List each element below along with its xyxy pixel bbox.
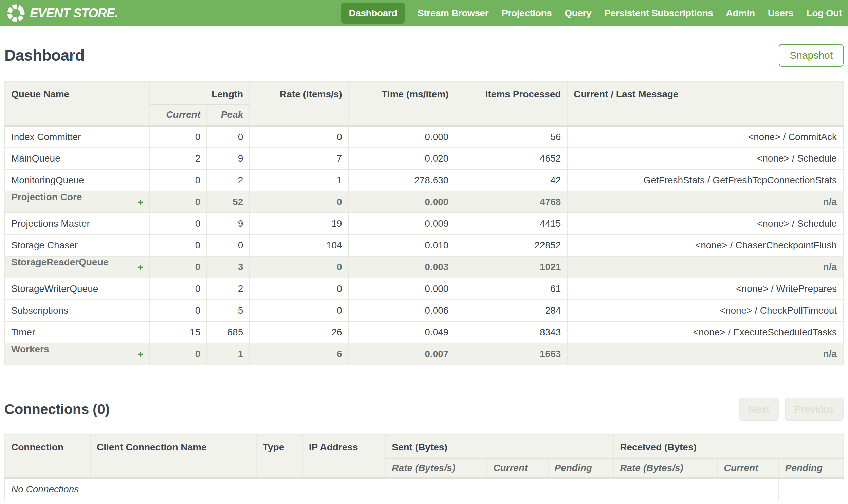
queue-name-label: Projection Core (11, 192, 82, 203)
length-peak-cell: 5 (207, 300, 250, 321)
rate-cell: 7 (250, 148, 348, 169)
message-cell: GetFreshStats / GetFreshTcpConnectionSta… (567, 169, 843, 191)
message-cell: <none> / ExecuteScheduledTasks (567, 321, 843, 343)
message-cell: <none> / Schedule (567, 148, 843, 169)
brand[interactable]: EVENT STORE. (7, 4, 118, 22)
rate-cell: 0 (250, 191, 348, 213)
length-current-cell: 0 (150, 169, 207, 191)
col-sent-rate: Rate (Bytes/s) (385, 458, 487, 478)
queue-row-storage-chaser: Storage Chaser 0 0 104 0.010 22852 <none… (5, 235, 843, 256)
event-store-logo-icon (7, 4, 25, 22)
expand-icon[interactable]: + (138, 192, 144, 212)
connections-title: Connections (0) (4, 401, 110, 417)
col-sent-bytes: Sent (Bytes) (385, 435, 613, 458)
col-connection: Connection (5, 435, 90, 478)
message-cell: <none> / CommitAck (567, 126, 843, 148)
rate-cell: 6 (250, 343, 348, 365)
col-received-pending: Pending (779, 458, 843, 478)
queue-name-cell: Projection Core + (5, 191, 150, 213)
queue-row-timer: Timer 15 685 26 0.049 8343 <none> / Exec… (5, 321, 843, 343)
items-processed-cell: 4652 (455, 148, 567, 169)
length-peak-cell: 52 (207, 191, 250, 213)
nav-item-projections[interactable]: Projections (501, 3, 552, 24)
expand-icon[interactable]: + (138, 344, 144, 364)
time-cell: 0.010 (349, 235, 455, 256)
col-received-bytes: Received (Bytes) (613, 435, 843, 458)
queue-name-cell: MainQueue (5, 148, 150, 169)
items-processed-cell: 22852 (455, 235, 567, 256)
next-button[interactable]: Next (739, 398, 779, 421)
col-message: Current / Last Message (567, 82, 843, 126)
length-peak-cell: 9 (207, 148, 250, 169)
time-cell: 0.000 (349, 126, 455, 148)
time-cell: 0.000 (349, 191, 455, 213)
queue-row-storagewriterqueue: StorageWriterQueue 0 2 0 0.000 61 <none>… (5, 278, 843, 300)
length-current-cell: 0 (150, 126, 207, 148)
queue-name-cell: Timer (5, 321, 150, 343)
col-time: Time (ms/item) (349, 82, 455, 126)
length-peak-cell: 1 (207, 343, 250, 365)
queue-name-label: StorageReaderQueue (11, 257, 108, 268)
connections-header: Connections (0) Next Previous (4, 398, 844, 421)
pager: Next Previous (739, 398, 844, 421)
nav-item-query[interactable]: Query (564, 3, 591, 24)
queue-row-index-committer: Index Committer 0 0 0 0.000 56 <none> / … (5, 126, 843, 148)
nav-item-stream-browser[interactable]: Stream Browser (418, 3, 488, 24)
items-processed-cell: 4415 (455, 213, 567, 235)
rate-cell: 19 (250, 213, 348, 235)
length-current-cell: 0 (150, 278, 207, 300)
message-cell: <none> / WritePrepares (567, 278, 843, 300)
nav-item-dashboard[interactable]: Dashboard (341, 3, 405, 24)
rate-cell: 26 (250, 321, 348, 343)
queue-row-subscriptions: Subscriptions 0 5 0 0.006 284 <none> / C… (5, 300, 843, 321)
queue-name-cell: Storage Chaser (5, 235, 150, 256)
col-client-connection-name: Client Connection Name (90, 435, 256, 478)
length-current-cell: 2 (150, 148, 207, 169)
items-processed-cell: 8343 (455, 321, 567, 343)
length-current-cell: 0 (150, 235, 207, 256)
col-received-current: Current (717, 458, 778, 478)
expand-icon[interactable]: + (138, 257, 144, 277)
connections-table: Connection Client Connection Name Type I… (4, 434, 844, 500)
length-peak-cell: 685 (207, 321, 250, 343)
col-type: Type (256, 435, 303, 478)
message-cell: n/a (567, 343, 843, 365)
col-received-rate: Rate (Bytes/s) (613, 458, 717, 478)
queue-row-monitoringqueue: MonitoringQueue 0 2 1 278.630 42 GetFres… (5, 169, 843, 191)
nav-item-users[interactable]: Users (768, 3, 794, 24)
previous-button[interactable]: Previous (785, 398, 844, 421)
rate-cell: 104 (250, 235, 348, 256)
length-current-cell: 0 (150, 191, 207, 213)
items-processed-cell: 1021 (455, 256, 567, 278)
length-current-cell: 0 (150, 300, 207, 321)
queue-row-storagereaderqueue: StorageReaderQueue + 0 3 0 0.003 1021 n/… (5, 256, 843, 278)
col-sent-pending: Pending (548, 458, 614, 478)
length-peak-cell: 9 (207, 213, 250, 235)
snapshot-button[interactable]: Snapshot (779, 44, 844, 67)
time-cell: 0.020 (349, 148, 455, 169)
rate-cell: 0 (250, 278, 348, 300)
queue-name-cell: Index Committer (5, 126, 150, 148)
length-current-cell: 0 (150, 343, 207, 365)
message-cell: <none> / Schedule (567, 213, 843, 235)
queue-row-projection-core: Projection Core + 0 52 0 0.000 4768 n/a (5, 191, 843, 213)
ghost-cell (779, 478, 843, 500)
length-peak-cell: 3 (207, 256, 250, 278)
nav-item-persistent-subscriptions[interactable]: Persistent Subscriptions (604, 3, 713, 24)
length-peak-cell: 2 (207, 169, 250, 191)
items-processed-cell: 4768 (455, 191, 567, 213)
time-cell: 0.006 (349, 300, 455, 321)
items-processed-cell: 284 (455, 300, 567, 321)
message-cell: n/a (567, 256, 843, 278)
length-peak-cell: 0 (207, 235, 250, 256)
length-peak-cell: 2 (207, 278, 250, 300)
queue-stats-table: Queue Name Length Rate (items/s) Time (m… (4, 82, 844, 365)
length-current-cell: 0 (150, 213, 207, 235)
length-current-cell: 15 (150, 321, 207, 343)
rate-cell: 0 (250, 256, 348, 278)
page-title: Dashboard (4, 46, 85, 65)
nav-item-log-out[interactable]: Log Out (807, 3, 842, 24)
nav-item-admin[interactable]: Admin (726, 3, 755, 24)
queue-name-cell: MonitoringQueue (5, 169, 150, 191)
length-peak-cell: 0 (207, 126, 250, 148)
